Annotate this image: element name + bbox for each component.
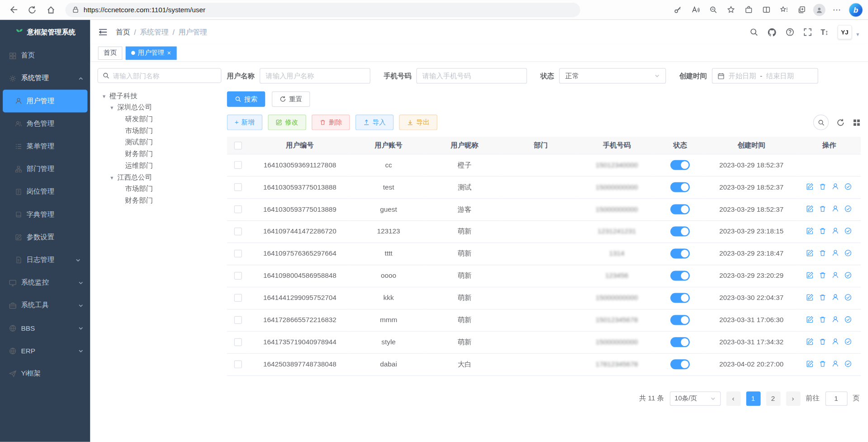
page-button-1[interactable]: 1: [746, 391, 760, 406]
sidebar-item-monitor[interactable]: 系统监控: [0, 271, 90, 294]
status-toggle[interactable]: [670, 315, 690, 325]
row-delete-icon[interactable]: [819, 204, 826, 212]
row-edit-icon[interactable]: [806, 227, 814, 234]
status-toggle[interactable]: [670, 337, 690, 347]
breadcrumb-home[interactable]: 首页: [116, 27, 130, 37]
select-all-checkbox[interactable]: [234, 142, 242, 149]
column-settings-icon[interactable]: [853, 118, 861, 126]
row-checkbox[interactable]: [234, 294, 242, 302]
row-edit-icon[interactable]: [806, 360, 814, 367]
more-options-icon[interactable]: ⋯: [829, 2, 844, 17]
row-delete-icon[interactable]: [819, 293, 826, 301]
edit-button[interactable]: 修改: [268, 114, 306, 130]
page-button-2[interactable]: 2: [766, 391, 780, 406]
favorites-add-icon[interactable]: [723, 2, 738, 17]
tree-node[interactable]: 市场部门: [97, 183, 221, 195]
dept-search-input[interactable]: [113, 71, 217, 79]
row-edit-icon[interactable]: [806, 249, 814, 257]
sidebar-item-bbs[interactable]: BBS: [0, 317, 90, 339]
row-assign-role-icon[interactable]: [844, 227, 852, 234]
status-toggle[interactable]: [670, 182, 690, 192]
row-delete-icon[interactable]: [819, 182, 826, 190]
search-icon[interactable]: [749, 28, 759, 37]
row-delete-icon[interactable]: [819, 337, 826, 345]
row-reset-password-icon[interactable]: [831, 337, 839, 345]
row-delete-icon[interactable]: [819, 227, 826, 234]
row-reset-password-icon[interactable]: [831, 204, 839, 212]
collapse-sidebar-icon[interactable]: [98, 27, 108, 37]
phone-input[interactable]: [416, 68, 527, 84]
row-delete-icon[interactable]: [819, 315, 826, 323]
read-aloud-icon[interactable]: [688, 2, 703, 17]
sidebar-item-tools[interactable]: 系统工具: [0, 294, 90, 317]
row-checkbox[interactable]: [234, 184, 242, 191]
sidebar-item-menu-mgmt[interactable]: 菜单管理: [3, 135, 87, 158]
extensions-icon[interactable]: [741, 2, 756, 17]
sidebar-item-role-mgmt[interactable]: 角色管理: [3, 112, 87, 135]
tab-user-mgmt[interactable]: 用户管理 ×: [126, 46, 177, 59]
help-icon[interactable]: [785, 28, 794, 37]
delete-button[interactable]: 删除: [312, 114, 350, 130]
status-toggle[interactable]: [670, 227, 690, 237]
tree-node[interactable]: ▾橙子科技: [97, 90, 221, 102]
tree-node[interactable]: 市场部门: [97, 125, 221, 137]
tree-node[interactable]: 运维部门: [97, 160, 221, 172]
tree-node[interactable]: 财务部门: [97, 148, 221, 160]
tab-home[interactable]: 首页: [98, 46, 123, 59]
username-input[interactable]: [260, 68, 370, 84]
key-icon[interactable]: [670, 2, 685, 17]
status-toggle[interactable]: [670, 249, 690, 259]
row-checkbox[interactable]: [234, 272, 242, 280]
export-button[interactable]: 导出: [399, 114, 437, 130]
search-button[interactable]: 搜索: [227, 91, 265, 107]
status-toggle[interactable]: [670, 204, 690, 214]
sidebar-item-user-mgmt[interactable]: 用户管理: [3, 90, 87, 112]
url-text[interactable]: https://ccnetcore.com:1101/system/user: [84, 6, 205, 14]
row-edit-icon[interactable]: [806, 204, 814, 212]
row-edit-icon[interactable]: [806, 293, 814, 301]
row-assign-role-icon[interactable]: [844, 249, 852, 257]
row-reset-password-icon[interactable]: [831, 360, 839, 367]
show-search-icon[interactable]: [813, 114, 829, 130]
row-checkbox[interactable]: [234, 361, 242, 368]
back-icon[interactable]: [5, 2, 21, 17]
user-avatar[interactable]: YJ: [838, 25, 852, 39]
sidebar-item-param-settings[interactable]: 参数设置: [3, 226, 87, 248]
zoom-icon[interactable]: [705, 2, 721, 17]
row-assign-role-icon[interactable]: [844, 204, 852, 212]
sidebar-item-post-mgmt[interactable]: 岗位管理: [3, 181, 87, 203]
sidebar-item-system[interactable]: 系统管理: [0, 67, 90, 90]
close-icon[interactable]: ×: [167, 49, 171, 57]
row-reset-password-icon[interactable]: [831, 182, 839, 190]
sidebar-item-dept-mgmt[interactable]: 部门管理: [3, 158, 87, 181]
row-edit-icon[interactable]: [806, 337, 814, 345]
row-delete-icon[interactable]: [819, 271, 826, 279]
row-edit-icon[interactable]: [806, 182, 814, 190]
row-assign-role-icon[interactable]: [844, 360, 852, 367]
row-delete-icon[interactable]: [819, 249, 826, 257]
refresh-icon[interactable]: [24, 2, 40, 17]
row-checkbox[interactable]: [234, 205, 242, 213]
collections-icon[interactable]: [794, 2, 809, 17]
tree-node[interactable]: ▾江西总公司: [97, 171, 221, 183]
tree-node[interactable]: 研发部门: [97, 114, 221, 125]
refresh-table-icon[interactable]: [836, 118, 844, 126]
row-checkbox[interactable]: [234, 338, 242, 346]
row-checkbox[interactable]: [234, 250, 242, 257]
breadcrumb-system[interactable]: 系统管理: [140, 27, 169, 37]
prev-page-button[interactable]: ‹: [726, 391, 740, 406]
github-icon[interactable]: [767, 28, 777, 37]
row-checkbox[interactable]: [234, 228, 242, 235]
page-size-select[interactable]: 10条/页: [669, 391, 721, 406]
reset-button[interactable]: 重置: [272, 91, 310, 107]
row-reset-password-icon[interactable]: [831, 315, 839, 323]
next-page-button[interactable]: ›: [786, 391, 800, 406]
row-assign-role-icon[interactable]: [844, 337, 852, 345]
row-edit-icon[interactable]: [806, 271, 814, 279]
row-checkbox[interactable]: [234, 316, 242, 324]
tree-node[interactable]: 测试部门: [97, 137, 221, 148]
row-reset-password-icon[interactable]: [831, 227, 839, 234]
fullscreen-icon[interactable]: [803, 28, 812, 37]
sidebar-item-erp[interactable]: ERP: [0, 339, 90, 362]
avatar-caret-icon[interactable]: ▾: [856, 31, 859, 39]
